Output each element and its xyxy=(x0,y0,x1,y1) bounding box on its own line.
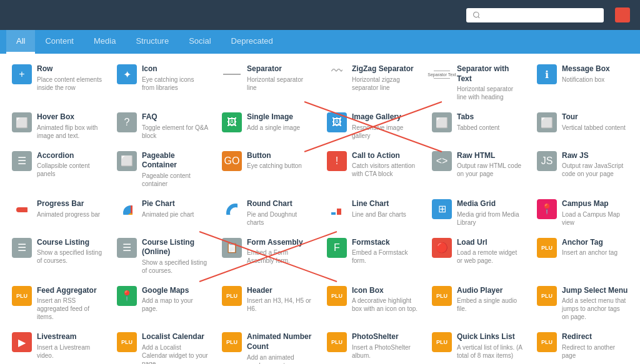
element-card-raw-js[interactable]: JSRaw JSOutput raw JavaScript code on yo… xyxy=(530,145,635,194)
separator-with-text-icon: Separator Text xyxy=(432,64,452,84)
element-name: Campus Map xyxy=(562,199,628,209)
element-card-round-chart[interactable]: Round ChartPie and Doughnut charts xyxy=(215,194,320,232)
element-card-button[interactable]: GOButtonEye catching button xyxy=(215,145,320,194)
element-card-media-grid[interactable]: ⊞Media GridMedia grid from Media Library xyxy=(425,194,530,232)
element-card-livestream[interactable]: ▶LivestreamInsert a Livestream video. xyxy=(5,327,110,364)
line-chart-icon xyxy=(327,199,347,219)
element-card-progress-bar[interactable]: Progress BarAnimated progress bar xyxy=(5,194,110,232)
tab-structure[interactable]: Structure xyxy=(126,30,179,54)
element-name: Progress Bar xyxy=(37,199,103,209)
element-card-audio-player[interactable]: PLUAudio PlayerEmbed a single audio file… xyxy=(425,280,530,327)
element-desc: Animated pie chart xyxy=(142,210,208,219)
element-desc: Show a specified listing of courses. xyxy=(37,248,103,265)
icon-box-icon: PLU xyxy=(327,286,347,306)
element-card-icon[interactable]: ✦IconEye catching icons from libraries xyxy=(110,59,215,107)
element-name: Round Chart xyxy=(247,199,313,209)
element-name: FAQ xyxy=(142,112,208,122)
element-desc: Tabbed content xyxy=(457,124,523,132)
course-listing-(online)-icon: ☰ xyxy=(117,238,137,258)
element-desc: Pageable content container xyxy=(142,172,208,188)
load-url-icon: 🔴 xyxy=(432,238,452,258)
element-desc: Collapsible content panels xyxy=(37,162,103,178)
element-card-campus-map[interactable]: 📍Campus MapLoad a Campus Map view xyxy=(530,194,635,232)
element-card-separator[interactable]: SeparatorHorizontal separator line xyxy=(215,59,320,107)
button-icon: GO xyxy=(222,151,242,171)
element-card-row[interactable]: +RowPlace content elements inside the ro… xyxy=(5,59,110,107)
tour-icon: ⬜ xyxy=(537,112,557,132)
element-card-call-to-action[interactable]: !Call to ActionCatch visitors attention … xyxy=(320,145,425,194)
element-card-header[interactable]: PLUHeaderInsert an H3, H4, H5 or H6. xyxy=(215,280,320,327)
element-name: Pageable Container xyxy=(142,151,208,170)
element-card-google-maps[interactable]: 📍Google MapsAdd a map to your page. xyxy=(110,280,215,327)
element-name: Button xyxy=(247,151,313,161)
element-card-zigzag-separator[interactable]: ZigZag SeparatorHorizontal zigzag separa… xyxy=(320,59,425,107)
element-card-pie-chart[interactable]: Pie ChartAnimated pie chart xyxy=(110,194,215,232)
element-desc: Load a remote widget or web page. xyxy=(457,248,523,265)
element-desc: Add a select menu that jumps to anchor t… xyxy=(562,297,628,321)
element-card-course-listing--online-[interactable]: ☰Course Listing (Online)Show a specified… xyxy=(110,232,215,280)
element-card-redirect[interactable]: PLURedirectRedirect to another page xyxy=(530,327,635,364)
element-card-message-box[interactable]: ℹMessage BoxNotification box xyxy=(530,59,635,107)
form-assembly-icon: 📋 xyxy=(222,238,242,258)
icon-icon: ✦ xyxy=(117,64,137,84)
element-name: Icon xyxy=(142,64,208,74)
element-card-jump-select-menu[interactable]: PLUJump Select MenuAdd a select menu tha… xyxy=(530,280,635,327)
element-card-separator-with-text[interactable]: Separator TextSeparator with TextHorizon… xyxy=(425,59,530,107)
element-desc: Insert an H3, H4, H5 or H6. xyxy=(247,297,313,313)
element-desc: Line and Bar charts xyxy=(352,210,418,219)
search-box[interactable] xyxy=(466,8,604,22)
search-input[interactable] xyxy=(484,11,598,20)
svg-rect-8 xyxy=(331,212,336,215)
element-card-course-listing[interactable]: ☰Course ListingShow a specified listing … xyxy=(5,232,110,280)
tab-all[interactable]: All xyxy=(6,30,35,54)
single-image-icon: 🖼 xyxy=(222,112,242,132)
element-card-formstack[interactable]: FFormstackEmbed a Formstack form. xyxy=(320,232,425,280)
element-card-raw-html[interactable]: <>Raw HTMLOutput raw HTML code on your p… xyxy=(425,145,530,194)
element-name: Pie Chart xyxy=(142,199,208,209)
row-icon: + xyxy=(12,64,32,84)
element-name: Localist Calendar xyxy=(142,332,208,342)
element-card-photoshelter[interactable]: PLUPhotoShelterInsert a PhotoShelter alb… xyxy=(320,327,425,364)
element-card-accordion[interactable]: ☰AccordionCollapsible content panels xyxy=(5,145,110,194)
element-card-icon-box[interactable]: PLUIcon BoxA decorative highlight box wi… xyxy=(320,280,425,327)
raw-html-icon: <> xyxy=(432,151,452,171)
media-grid-icon: ⊞ xyxy=(432,199,452,219)
close-button[interactable] xyxy=(615,7,630,22)
element-name: Icon Box xyxy=(352,286,418,296)
element-card-anchor-tag[interactable]: PLUAnchor TagInsert an anchor tag xyxy=(530,232,635,280)
element-name: Course Listing xyxy=(37,238,103,248)
element-desc: Add a single image xyxy=(247,124,313,132)
tab-social[interactable]: Social xyxy=(179,30,221,54)
element-card-tour[interactable]: ⬜TourVertical tabbed content xyxy=(530,107,635,145)
element-name: Redirect xyxy=(562,332,628,342)
element-card-quick-links-list[interactable]: PLUQuick Links ListA vertical list of li… xyxy=(425,327,530,364)
animated-number-count-icon: PLU xyxy=(222,332,242,352)
svg-point-7 xyxy=(232,209,238,215)
element-desc: Embed a single audio file. xyxy=(457,297,523,313)
element-name: Feed Aggregator xyxy=(37,286,103,296)
tab-media[interactable]: Media xyxy=(84,30,126,54)
element-card-animated-number-count[interactable]: PLUAnimated Number CountAdd an animated … xyxy=(215,327,320,364)
call-to-action-icon: ! xyxy=(327,151,347,171)
faq-icon: ? xyxy=(117,112,137,132)
element-card-form-assembly[interactable]: 📋Form AssemblyEmbed a Form Assembly form… xyxy=(215,232,320,280)
element-card-line-chart[interactable]: Line ChartLine and Bar charts xyxy=(320,194,425,232)
element-card-hover-box[interactable]: ⬜Hover BoxAnimated flip box with image a… xyxy=(5,107,110,145)
element-desc: Pie and Doughnut charts xyxy=(247,210,313,227)
element-card-feed-aggregator[interactable]: PLUFeed AggregatorInsert an RSS aggregat… xyxy=(5,280,110,327)
element-card-pageable-container[interactable]: ⬜Pageable ContainerPageable content cont… xyxy=(110,145,215,194)
pie-chart-icon xyxy=(117,199,137,219)
element-name: PhotoShelter xyxy=(352,332,418,342)
tab-content[interactable]: Content xyxy=(35,30,84,54)
element-desc: Horizontal separator line xyxy=(247,76,313,92)
element-card-localist-calendar[interactable]: PLULocalist CalendarAdd a Localist Calen… xyxy=(110,327,215,364)
photoshelter-icon: PLU xyxy=(327,332,347,352)
quick-links-list-icon: PLU xyxy=(432,332,452,352)
element-desc: Eye catching button xyxy=(247,162,313,170)
tab-deprecated[interactable]: Deprecated xyxy=(221,30,283,54)
element-card-faq[interactable]: ?FAQToggle element for Q&A block xyxy=(110,107,215,145)
element-card-load-url[interactable]: 🔴Load UrlLoad a remote widget or web pag… xyxy=(425,232,530,280)
element-card-single-image[interactable]: 🖼Single ImageAdd a single image xyxy=(215,107,320,145)
element-card-image-gallery[interactable]: 🖼Image GalleryResponsive image gallery xyxy=(320,107,425,145)
element-card-tabs[interactable]: ⬜TabsTabbed content xyxy=(425,107,530,145)
